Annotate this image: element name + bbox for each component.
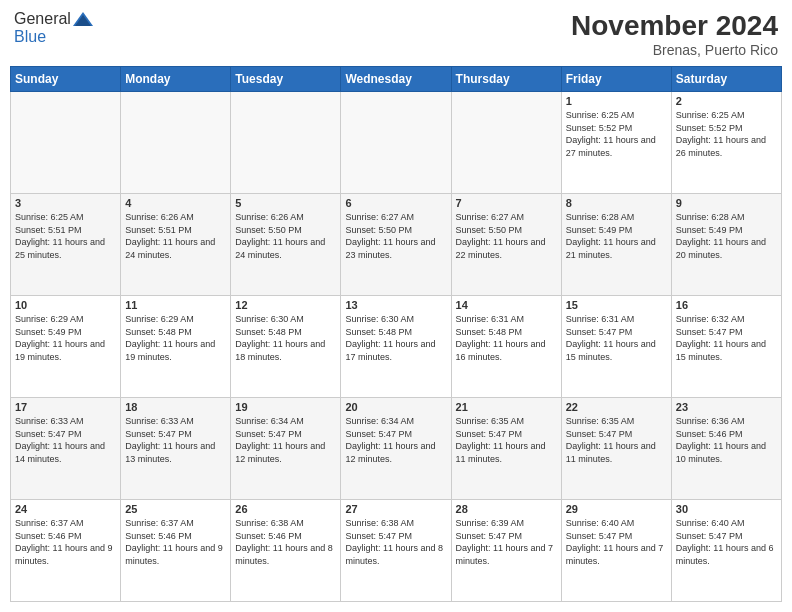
day-number: 15 <box>566 299 667 311</box>
header-wednesday: Wednesday <box>341 67 451 92</box>
table-row <box>451 92 561 194</box>
table-row: 30Sunrise: 6:40 AM Sunset: 5:47 PM Dayli… <box>671 500 781 602</box>
day-info: Sunrise: 6:28 AM Sunset: 5:49 PM Dayligh… <box>676 211 777 261</box>
day-info: Sunrise: 6:29 AM Sunset: 5:48 PM Dayligh… <box>125 313 226 363</box>
table-row <box>11 92 121 194</box>
day-info: Sunrise: 6:31 AM Sunset: 5:47 PM Dayligh… <box>566 313 667 363</box>
day-number: 18 <box>125 401 226 413</box>
day-number: 28 <box>456 503 557 515</box>
day-number: 11 <box>125 299 226 311</box>
day-number: 19 <box>235 401 336 413</box>
table-row: 25Sunrise: 6:37 AM Sunset: 5:46 PM Dayli… <box>121 500 231 602</box>
day-number: 1 <box>566 95 667 107</box>
table-row: 4Sunrise: 6:26 AM Sunset: 5:51 PM Daylig… <box>121 194 231 296</box>
table-row: 27Sunrise: 6:38 AM Sunset: 5:47 PM Dayli… <box>341 500 451 602</box>
calendar-week-row: 24Sunrise: 6:37 AM Sunset: 5:46 PM Dayli… <box>11 500 782 602</box>
day-info: Sunrise: 6:30 AM Sunset: 5:48 PM Dayligh… <box>345 313 446 363</box>
day-number: 3 <box>15 197 116 209</box>
table-row <box>231 92 341 194</box>
table-row: 18Sunrise: 6:33 AM Sunset: 5:47 PM Dayli… <box>121 398 231 500</box>
table-row: 10Sunrise: 6:29 AM Sunset: 5:49 PM Dayli… <box>11 296 121 398</box>
header-tuesday: Tuesday <box>231 67 341 92</box>
table-row: 6Sunrise: 6:27 AM Sunset: 5:50 PM Daylig… <box>341 194 451 296</box>
day-number: 25 <box>125 503 226 515</box>
day-info: Sunrise: 6:31 AM Sunset: 5:48 PM Dayligh… <box>456 313 557 363</box>
day-number: 17 <box>15 401 116 413</box>
day-info: Sunrise: 6:35 AM Sunset: 5:47 PM Dayligh… <box>566 415 667 465</box>
day-info: Sunrise: 6:36 AM Sunset: 5:46 PM Dayligh… <box>676 415 777 465</box>
day-info: Sunrise: 6:32 AM Sunset: 5:47 PM Dayligh… <box>676 313 777 363</box>
header: General Blue November 2024 Brenas, Puert… <box>10 10 782 58</box>
day-info: Sunrise: 6:28 AM Sunset: 5:49 PM Dayligh… <box>566 211 667 261</box>
header-saturday: Saturday <box>671 67 781 92</box>
logo-icon <box>73 12 93 26</box>
day-info: Sunrise: 6:34 AM Sunset: 5:47 PM Dayligh… <box>345 415 446 465</box>
table-row <box>121 92 231 194</box>
day-info: Sunrise: 6:25 AM Sunset: 5:51 PM Dayligh… <box>15 211 116 261</box>
header-monday: Monday <box>121 67 231 92</box>
day-number: 6 <box>345 197 446 209</box>
day-info: Sunrise: 6:26 AM Sunset: 5:51 PM Dayligh… <box>125 211 226 261</box>
day-number: 26 <box>235 503 336 515</box>
table-row: 3Sunrise: 6:25 AM Sunset: 5:51 PM Daylig… <box>11 194 121 296</box>
table-row: 14Sunrise: 6:31 AM Sunset: 5:48 PM Dayli… <box>451 296 561 398</box>
table-row: 5Sunrise: 6:26 AM Sunset: 5:50 PM Daylig… <box>231 194 341 296</box>
calendar-week-row: 1Sunrise: 6:25 AM Sunset: 5:52 PM Daylig… <box>11 92 782 194</box>
table-row: 20Sunrise: 6:34 AM Sunset: 5:47 PM Dayli… <box>341 398 451 500</box>
day-info: Sunrise: 6:25 AM Sunset: 5:52 PM Dayligh… <box>676 109 777 159</box>
calendar-week-row: 3Sunrise: 6:25 AM Sunset: 5:51 PM Daylig… <box>11 194 782 296</box>
header-friday: Friday <box>561 67 671 92</box>
day-number: 2 <box>676 95 777 107</box>
day-info: Sunrise: 6:26 AM Sunset: 5:50 PM Dayligh… <box>235 211 336 261</box>
day-number: 27 <box>345 503 446 515</box>
table-row: 12Sunrise: 6:30 AM Sunset: 5:48 PM Dayli… <box>231 296 341 398</box>
table-row: 15Sunrise: 6:31 AM Sunset: 5:47 PM Dayli… <box>561 296 671 398</box>
day-info: Sunrise: 6:38 AM Sunset: 5:46 PM Dayligh… <box>235 517 336 567</box>
month-title: November 2024 <box>571 10 778 42</box>
day-info: Sunrise: 6:34 AM Sunset: 5:47 PM Dayligh… <box>235 415 336 465</box>
day-number: 20 <box>345 401 446 413</box>
table-row: 29Sunrise: 6:40 AM Sunset: 5:47 PM Dayli… <box>561 500 671 602</box>
header-sunday: Sunday <box>11 67 121 92</box>
day-info: Sunrise: 6:29 AM Sunset: 5:49 PM Dayligh… <box>15 313 116 363</box>
day-info: Sunrise: 6:33 AM Sunset: 5:47 PM Dayligh… <box>15 415 116 465</box>
day-info: Sunrise: 6:27 AM Sunset: 5:50 PM Dayligh… <box>456 211 557 261</box>
table-row: 26Sunrise: 6:38 AM Sunset: 5:46 PM Dayli… <box>231 500 341 602</box>
table-row: 23Sunrise: 6:36 AM Sunset: 5:46 PM Dayli… <box>671 398 781 500</box>
title-area: November 2024 Brenas, Puerto Rico <box>571 10 778 58</box>
day-number: 7 <box>456 197 557 209</box>
day-info: Sunrise: 6:27 AM Sunset: 5:50 PM Dayligh… <box>345 211 446 261</box>
day-number: 14 <box>456 299 557 311</box>
day-info: Sunrise: 6:40 AM Sunset: 5:47 PM Dayligh… <box>566 517 667 567</box>
table-row: 21Sunrise: 6:35 AM Sunset: 5:47 PM Dayli… <box>451 398 561 500</box>
day-number: 13 <box>345 299 446 311</box>
day-info: Sunrise: 6:39 AM Sunset: 5:47 PM Dayligh… <box>456 517 557 567</box>
day-number: 10 <box>15 299 116 311</box>
day-number: 30 <box>676 503 777 515</box>
page: General Blue November 2024 Brenas, Puert… <box>0 0 792 612</box>
logo: General Blue <box>14 10 93 46</box>
table-row: 11Sunrise: 6:29 AM Sunset: 5:48 PM Dayli… <box>121 296 231 398</box>
day-number: 16 <box>676 299 777 311</box>
day-number: 22 <box>566 401 667 413</box>
table-row: 7Sunrise: 6:27 AM Sunset: 5:50 PM Daylig… <box>451 194 561 296</box>
table-row <box>341 92 451 194</box>
table-row: 22Sunrise: 6:35 AM Sunset: 5:47 PM Dayli… <box>561 398 671 500</box>
table-row: 13Sunrise: 6:30 AM Sunset: 5:48 PM Dayli… <box>341 296 451 398</box>
day-info: Sunrise: 6:37 AM Sunset: 5:46 PM Dayligh… <box>15 517 116 567</box>
table-row: 28Sunrise: 6:39 AM Sunset: 5:47 PM Dayli… <box>451 500 561 602</box>
table-row: 8Sunrise: 6:28 AM Sunset: 5:49 PM Daylig… <box>561 194 671 296</box>
table-row: 9Sunrise: 6:28 AM Sunset: 5:49 PM Daylig… <box>671 194 781 296</box>
day-number: 23 <box>676 401 777 413</box>
logo-general-text: General <box>14 10 71 28</box>
table-row: 24Sunrise: 6:37 AM Sunset: 5:46 PM Dayli… <box>11 500 121 602</box>
day-info: Sunrise: 6:33 AM Sunset: 5:47 PM Dayligh… <box>125 415 226 465</box>
calendar-header-row: Sunday Monday Tuesday Wednesday Thursday… <box>11 67 782 92</box>
day-info: Sunrise: 6:40 AM Sunset: 5:47 PM Dayligh… <box>676 517 777 567</box>
day-info: Sunrise: 6:38 AM Sunset: 5:47 PM Dayligh… <box>345 517 446 567</box>
day-info: Sunrise: 6:25 AM Sunset: 5:52 PM Dayligh… <box>566 109 667 159</box>
calendar-week-row: 17Sunrise: 6:33 AM Sunset: 5:47 PM Dayli… <box>11 398 782 500</box>
day-number: 5 <box>235 197 336 209</box>
day-number: 12 <box>235 299 336 311</box>
day-info: Sunrise: 6:37 AM Sunset: 5:46 PM Dayligh… <box>125 517 226 567</box>
